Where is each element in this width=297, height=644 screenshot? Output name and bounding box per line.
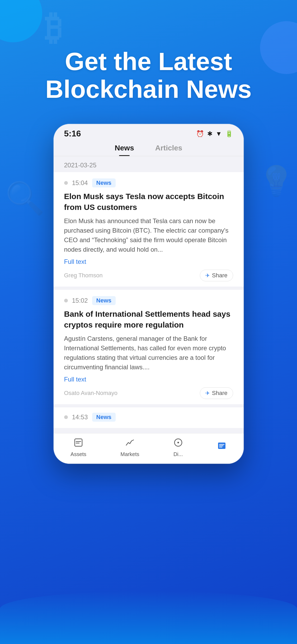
nav-discover-label: Di... [173, 451, 183, 457]
share-button-2[interactable]: ✈ Share [200, 387, 233, 399]
bottom-nav: Assets Markets Di... [54, 433, 244, 464]
news-footer-1: Greg Thomson ✈ Share [64, 270, 233, 281]
news-meta-2: 15:02 News [64, 296, 233, 305]
news-item-1: 15:04 News Elon Musk says Tesla now acce… [54, 172, 244, 287]
hero-title: Get the Latest Blockchain News [26, 48, 271, 103]
news-author-2: Osato Avan-Nomayo [64, 390, 118, 397]
status-icons: ⏰ ✱ ▼ 🔋 [196, 130, 233, 137]
news-meta-3: 14:53 News [64, 413, 233, 422]
news-meta-1: 15:04 News [64, 178, 233, 187]
news-badge-3: News [92, 413, 116, 422]
phone-mockup: 5:16 ⏰ ✱ ▼ 🔋 News Articles 2021-03-25 [54, 124, 244, 464]
markets-icon [125, 438, 135, 450]
tab-news[interactable]: News [115, 144, 134, 156]
news-body-2: Agustín Carstens, general manager of the… [64, 334, 233, 372]
nav-assets-label: Assets [70, 451, 86, 457]
share-button-1[interactable]: ✈ Share [200, 270, 233, 281]
news-item-2: 15:02 News Bank of International Settlem… [54, 290, 244, 404]
news-author-1: Greg Thomson [64, 272, 103, 279]
nav-markets[interactable]: Markets [120, 438, 139, 457]
phone-wrapper: 5:16 ⏰ ✱ ▼ 🔋 News Articles 2021-03-25 [0, 124, 297, 464]
hero-title-line1: Get the Latest [65, 47, 232, 75]
news-dot-1 [64, 181, 68, 185]
news-icon [217, 441, 227, 453]
news-dot-3 [64, 415, 68, 419]
hero-title-line2: Blockchain News [45, 75, 252, 103]
news-time-2: 15:02 [72, 297, 88, 304]
news-dot-2 [64, 299, 68, 302]
share-icon-2: ✈ [205, 390, 210, 396]
nav-assets[interactable]: Assets [70, 438, 86, 457]
nav-markets-label: Markets [120, 451, 139, 457]
news-footer-2: Osato Avan-Nomayo ✈ Share [64, 387, 233, 399]
battery-icon: 🔋 [225, 130, 233, 137]
nav-news[interactable] [217, 441, 227, 454]
bg-wave-bottom [0, 591, 297, 644]
news-item-3-partial: 14:53 News [54, 407, 244, 428]
content-area: 2021-03-25 15:04 News Elon Musk says Tes… [54, 156, 244, 433]
svg-point-2 [177, 442, 179, 443]
status-bar: 5:16 ⏰ ✱ ▼ 🔋 [54, 124, 244, 141]
news-badge-2: News [92, 296, 116, 305]
svg-rect-0 [75, 439, 82, 446]
share-icon-1: ✈ [205, 272, 210, 279]
bluetooth-icon: ✱ [207, 130, 213, 137]
news-body-1: Elon Musk has announced that Tesla cars … [64, 216, 233, 254]
news-title-2: Bank of International Settlements head s… [64, 309, 233, 330]
tab-articles[interactable]: Articles [155, 144, 182, 156]
news-time-3: 14:53 [72, 413, 88, 421]
alarm-icon: ⏰ [196, 130, 204, 137]
news-time-1: 15:04 [72, 179, 88, 187]
news-full-text-1[interactable]: Full text [64, 258, 233, 265]
news-badge-1: News [92, 178, 116, 187]
nav-discover[interactable]: Di... [173, 438, 183, 457]
date-separator: 2021-03-25 [54, 156, 244, 172]
status-time: 5:16 [64, 129, 81, 139]
hero-section: Get the Latest Blockchain News [0, 0, 297, 124]
news-full-text-2[interactable]: Full text [64, 376, 233, 383]
news-title-1: Elon Musk says Tesla now accepts Bitcoin… [64, 191, 233, 213]
discover-icon [173, 438, 183, 450]
tab-bar: News Articles [54, 141, 244, 156]
assets-icon [74, 438, 83, 450]
wifi-icon: ▼ [216, 130, 222, 137]
